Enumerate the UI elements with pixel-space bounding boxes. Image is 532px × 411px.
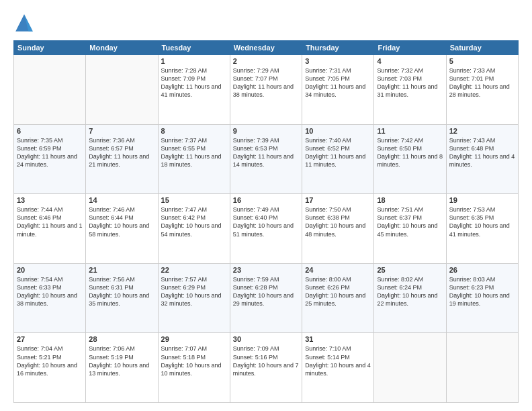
day-number: 12 xyxy=(449,127,515,135)
day-number: 13 xyxy=(17,196,83,204)
day-number: 15 xyxy=(161,196,227,204)
calendar-cell: 21 Sunrise: 7:56 AM Sunset: 6:31 PM Dayl… xyxy=(86,263,158,333)
page-header xyxy=(13,12,519,34)
day-number: 4 xyxy=(377,57,443,65)
logo xyxy=(13,12,38,34)
cell-sunrise: Sunrise: 7:09 AM xyxy=(233,345,279,352)
cell-sunrise: Sunrise: 7:37 AM xyxy=(161,137,208,144)
calendar-week-1: 6 Sunrise: 7:35 AM Sunset: 6:59 PM Dayli… xyxy=(14,124,519,194)
cell-daylight: Daylight: 10 hours and 48 minutes. xyxy=(305,222,365,237)
cell-sunset: Sunset: 6:33 PM xyxy=(17,284,62,291)
calendar-cell: 26 Sunrise: 8:03 AM Sunset: 6:23 PM Dayl… xyxy=(446,263,518,333)
calendar-cell: 6 Sunrise: 7:35 AM Sunset: 6:59 PM Dayli… xyxy=(14,124,86,194)
cell-sunset: Sunset: 5:18 PM xyxy=(161,354,206,361)
day-header-tuesday: Tuesday xyxy=(158,41,230,55)
day-number: 19 xyxy=(449,196,515,204)
cell-sunrise: Sunrise: 7:54 AM xyxy=(17,276,63,283)
day-number: 16 xyxy=(233,196,299,204)
day-header-monday: Monday xyxy=(86,41,158,55)
cell-daylight: Daylight: 10 hours and 13 minutes. xyxy=(89,362,149,377)
calendar-cell: 1 Sunrise: 7:28 AM Sunset: 7:09 PM Dayli… xyxy=(158,55,230,125)
calendar-cell: 4 Sunrise: 7:32 AM Sunset: 7:03 PM Dayli… xyxy=(374,55,446,125)
day-number: 27 xyxy=(17,335,83,343)
cell-sunrise: Sunrise: 8:03 AM xyxy=(449,276,496,283)
cell-sunset: Sunset: 7:03 PM xyxy=(377,75,422,82)
cell-sunrise: Sunrise: 7:29 AM xyxy=(233,67,279,74)
cell-sunset: Sunset: 6:44 PM xyxy=(89,214,134,221)
cell-sunset: Sunset: 6:50 PM xyxy=(377,145,422,152)
cell-daylight: Daylight: 11 hours and 31 minutes. xyxy=(377,83,437,98)
day-header-thursday: Thursday xyxy=(302,41,374,55)
cell-sunrise: Sunrise: 7:33 AM xyxy=(449,67,496,74)
day-number: 25 xyxy=(377,266,443,274)
cell-daylight: Daylight: 10 hours and 38 minutes. xyxy=(17,292,77,307)
cell-sunrise: Sunrise: 7:46 AM xyxy=(89,206,135,213)
cell-daylight: Daylight: 10 hours and 19 minutes. xyxy=(449,292,510,307)
calendar-cell: 15 Sunrise: 7:47 AM Sunset: 6:42 PM Dayl… xyxy=(158,194,230,264)
cell-sunset: Sunset: 6:57 PM xyxy=(89,145,134,152)
calendar-cell: 28 Sunrise: 7:06 AM Sunset: 5:19 PM Dayl… xyxy=(86,333,158,403)
calendar-cell: 5 Sunrise: 7:33 AM Sunset: 7:01 PM Dayli… xyxy=(446,55,518,125)
calendar-table: SundayMondayTuesdayWednesdayThursdayFrid… xyxy=(13,40,519,403)
cell-sunset: Sunset: 6:24 PM xyxy=(377,284,422,291)
calendar-cell: 19 Sunrise: 7:53 AM Sunset: 6:35 PM Dayl… xyxy=(446,194,518,264)
day-number: 21 xyxy=(89,266,154,274)
cell-sunset: Sunset: 5:16 PM xyxy=(233,354,278,361)
cell-sunrise: Sunrise: 7:57 AM xyxy=(161,276,208,283)
cell-sunset: Sunset: 7:07 PM xyxy=(233,75,278,82)
cell-daylight: Daylight: 11 hours and 1 minute. xyxy=(17,222,83,237)
cell-sunrise: Sunrise: 8:02 AM xyxy=(377,276,423,283)
calendar-cell: 10 Sunrise: 7:40 AM Sunset: 6:52 PM Dayl… xyxy=(302,124,374,194)
day-number: 11 xyxy=(377,127,443,135)
day-number: 7 xyxy=(89,127,154,135)
cell-sunrise: Sunrise: 7:43 AM xyxy=(449,137,496,144)
calendar-cell: 29 Sunrise: 7:07 AM Sunset: 5:18 PM Dayl… xyxy=(158,333,230,403)
calendar-week-0: 1 Sunrise: 7:28 AM Sunset: 7:09 PM Dayli… xyxy=(14,55,519,125)
calendar-cell xyxy=(14,55,86,125)
cell-sunrise: Sunrise: 8:00 AM xyxy=(305,276,351,283)
cell-sunset: Sunset: 7:05 PM xyxy=(305,75,350,82)
calendar-cell: 2 Sunrise: 7:29 AM Sunset: 7:07 PM Dayli… xyxy=(230,55,302,125)
day-number: 1 xyxy=(161,57,227,65)
cell-sunset: Sunset: 6:42 PM xyxy=(161,214,206,221)
cell-sunrise: Sunrise: 7:28 AM xyxy=(161,67,208,74)
cell-daylight: Daylight: 10 hours and 10 minutes. xyxy=(161,362,222,377)
calendar-cell xyxy=(446,333,518,403)
day-number: 28 xyxy=(89,335,154,343)
calendar-cell: 27 Sunrise: 7:04 AM Sunset: 5:21 PM Dayl… xyxy=(14,333,86,403)
cell-sunrise: Sunrise: 7:56 AM xyxy=(89,276,135,283)
cell-sunrise: Sunrise: 7:39 AM xyxy=(233,137,279,144)
day-number: 2 xyxy=(233,57,299,65)
cell-sunrise: Sunrise: 7:40 AM xyxy=(305,137,351,144)
cell-daylight: Daylight: 10 hours and 54 minutes. xyxy=(161,222,222,237)
cell-daylight: Daylight: 11 hours and 8 minutes. xyxy=(377,153,443,168)
calendar-cell: 24 Sunrise: 8:00 AM Sunset: 6:26 PM Dayl… xyxy=(302,263,374,333)
cell-sunset: Sunset: 6:46 PM xyxy=(17,214,62,221)
cell-sunset: Sunset: 6:38 PM xyxy=(305,214,350,221)
day-header-sunday: Sunday xyxy=(14,41,86,55)
day-header-friday: Friday xyxy=(374,41,446,55)
day-header-saturday: Saturday xyxy=(446,41,518,55)
calendar-cell: 8 Sunrise: 7:37 AM Sunset: 6:55 PM Dayli… xyxy=(158,124,230,194)
cell-sunrise: Sunrise: 7:04 AM xyxy=(17,345,63,352)
cell-daylight: Daylight: 10 hours and 51 minutes. xyxy=(233,222,294,237)
calendar-week-2: 13 Sunrise: 7:44 AM Sunset: 6:46 PM Dayl… xyxy=(14,194,519,264)
calendar-cell: 22 Sunrise: 7:57 AM Sunset: 6:29 PM Dayl… xyxy=(158,263,230,333)
cell-sunrise: Sunrise: 7:06 AM xyxy=(89,345,135,352)
calendar-cell: 7 Sunrise: 7:36 AM Sunset: 6:57 PM Dayli… xyxy=(86,124,158,194)
day-number: 17 xyxy=(305,196,371,204)
cell-daylight: Daylight: 11 hours and 21 minutes. xyxy=(89,153,149,168)
cell-daylight: Daylight: 10 hours and 16 minutes. xyxy=(17,362,77,377)
cell-sunrise: Sunrise: 7:59 AM xyxy=(233,276,279,283)
calendar-cell: 11 Sunrise: 7:42 AM Sunset: 6:50 PM Dayl… xyxy=(374,124,446,194)
cell-sunset: Sunset: 6:55 PM xyxy=(161,145,206,152)
cell-sunset: Sunset: 5:19 PM xyxy=(89,354,134,361)
cell-daylight: Daylight: 10 hours and 35 minutes. xyxy=(89,292,149,307)
cell-daylight: Daylight: 10 hours and 25 minutes. xyxy=(305,292,365,307)
cell-sunrise: Sunrise: 7:42 AM xyxy=(377,137,423,144)
calendar-cell xyxy=(86,55,158,125)
day-number: 24 xyxy=(305,266,371,274)
calendar-cell: 30 Sunrise: 7:09 AM Sunset: 5:16 PM Dayl… xyxy=(230,333,302,403)
day-number: 31 xyxy=(305,335,371,343)
calendar-cell: 25 Sunrise: 8:02 AM Sunset: 6:24 PM Dayl… xyxy=(374,263,446,333)
